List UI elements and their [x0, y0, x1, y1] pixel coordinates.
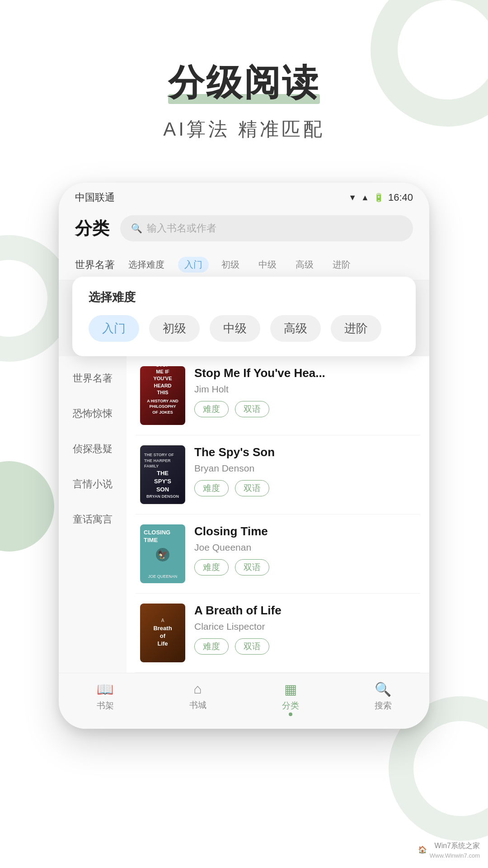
- book-list-inner: 世界名著 恐怖惊悚 侦探悬疑 言情小说 童话寓言 STOPME IFYOU'VE…: [59, 356, 429, 673]
- book-title-0: Stop Me If You've Hea...: [194, 366, 416, 380]
- book-cover-2: CLOSINGTIME 🦅 JOE QUEENAN: [140, 524, 185, 583]
- book-cover-3: A BreathofLife: [140, 604, 185, 662]
- nav-label-bookshelf: 书架: [97, 700, 114, 712]
- difficulty-tags-small: 入门 初级 中级 高级 进阶: [178, 257, 357, 273]
- hero-section: 分级阅读 AI算法 精准匹配: [0, 0, 488, 169]
- book-tag-difficulty-3: 难度: [194, 638, 229, 655]
- watermark-line2: Www.Winwin7.com: [430, 851, 480, 860]
- carrier: 中国联通: [75, 191, 115, 204]
- left-nav-item-4[interactable]: 童话寓言: [59, 502, 127, 537]
- book-item-3[interactable]: A BreathofLife A Breath of Life Clarice …: [136, 594, 420, 673]
- bookshelf-icon: 📖: [97, 681, 113, 697]
- diff-tag-0[interactable]: 入门: [89, 315, 139, 342]
- book-tag-bilingual-2: 双语: [235, 559, 269, 576]
- cover-text-1: THE STORY OFTHE HARPERFAMILY THESPY'SSON…: [141, 446, 185, 504]
- book-info-0: Stop Me If You've Hea... Jim Holt 难度 双语: [194, 366, 416, 417]
- difficulty-tags: 入门 初级 中级 高级 进阶: [89, 315, 399, 342]
- diff-tag-small-3[interactable]: 高级: [289, 257, 320, 273]
- status-bar: 中国联通 ▼ ▲ 🔋 16:40: [59, 183, 429, 209]
- book-tags-3: 难度 双语: [194, 638, 416, 655]
- book-tags-0: 难度 双语: [194, 401, 416, 417]
- search-icon: 🔍: [131, 223, 142, 234]
- diff-tag-4[interactable]: 进阶: [331, 315, 381, 342]
- search-placeholder: 输入书名或作者: [147, 222, 216, 235]
- book-tag-bilingual-0: 双语: [235, 401, 269, 417]
- book-tag-bilingual-3: 双语: [235, 638, 269, 655]
- book-author-3: Clarice Lispector: [194, 621, 416, 632]
- watermark-line1: Win7系统之家: [430, 840, 480, 851]
- book-tag-difficulty-2: 难度: [194, 559, 229, 576]
- diff-tag-small-1[interactable]: 初级: [215, 257, 246, 273]
- book-tag-difficulty-0: 难度: [194, 401, 229, 417]
- nav-item-categories[interactable]: ▦ 分类: [244, 681, 337, 716]
- search-bar[interactable]: 🔍 输入书名或作者: [120, 215, 413, 241]
- nav-item-bookshelf[interactable]: 📖 书架: [59, 681, 151, 716]
- nav-item-search[interactable]: 🔍 搜索: [337, 681, 429, 716]
- dropdown-title: 选择难度: [89, 289, 399, 305]
- book-item-1[interactable]: THE STORY OFTHE HARPERFAMILY THESPY'SSON…: [136, 435, 420, 514]
- book-author-0: Jim Holt: [194, 384, 416, 395]
- book-author-2: Joe Queenan: [194, 542, 416, 553]
- nav-item-store[interactable]: ⌂ 书城: [151, 681, 244, 716]
- nav-label-store: 书城: [189, 699, 206, 711]
- diff-tag-small-0[interactable]: 入门: [178, 257, 209, 273]
- diff-tag-3[interactable]: 高级: [270, 315, 321, 342]
- categories-icon: ▦: [284, 681, 297, 697]
- left-nav: 世界名著 恐怖惊悚 侦探悬疑 言情小说 童话寓言: [59, 356, 127, 673]
- left-nav-item-3[interactable]: 言情小说: [59, 467, 127, 502]
- left-nav-item-0[interactable]: 世界名著: [59, 361, 127, 396]
- book-title-1: The Spy's Son: [194, 445, 416, 459]
- book-tags-2: 难度 双语: [194, 559, 416, 576]
- store-icon: ⌂: [193, 681, 202, 697]
- category-label: 世界名著: [75, 258, 115, 272]
- diff-tag-small-2[interactable]: 中级: [252, 257, 283, 273]
- cover-text-2: CLOSINGTIME 🦅 JOE QUEENAN: [140, 524, 185, 583]
- book-items: STOPME IFYOU'VEHEARDTHISA HISTORY ANDPHI…: [127, 356, 429, 673]
- diff-tag-2[interactable]: 中级: [210, 315, 260, 342]
- book-info-1: The Spy's Son Bryan Denson 难度 双语: [194, 445, 416, 496]
- status-bar-right: ▼ ▲ 🔋 16:40: [348, 192, 413, 203]
- left-nav-item-2[interactable]: 侦探悬疑: [59, 431, 127, 467]
- book-info-3: A Breath of Life Clarice Lispector 难度 双语: [194, 604, 416, 655]
- book-title-2: Closing Time: [194, 524, 416, 538]
- book-tags-1: 难度 双语: [194, 480, 416, 496]
- wifi-icon: ▼: [348, 193, 357, 203]
- cover-text-3: A BreathofLife: [140, 604, 185, 662]
- nav-label-categories: 分类: [282, 700, 299, 712]
- hero-title: 分级阅读: [168, 59, 320, 108]
- nav-active-dot: [289, 712, 292, 716]
- hero-subtitle: AI算法 精准匹配: [0, 117, 488, 142]
- time: 16:40: [388, 192, 413, 203]
- diff-tag-small-4[interactable]: 进阶: [326, 257, 357, 273]
- book-tag-bilingual-1: 双语: [235, 480, 269, 496]
- book-item-0[interactable]: STOPME IFYOU'VEHEARDTHISA HISTORY ANDPHI…: [136, 356, 420, 435]
- signal-icon: ▲: [361, 193, 369, 203]
- book-cover-1: THE STORY OFTHE HARPERFAMILY THESPY'SSON…: [140, 445, 185, 504]
- watermark: 🏠 Win7系统之家 Www.Winwin7.com: [418, 840, 480, 860]
- phone-mockup: 中国联通 ▼ ▲ 🔋 16:40 分类 🔍 输入书名或作者 世界名著 选择难度 …: [59, 183, 429, 729]
- book-item-2[interactable]: CLOSINGTIME 🦅 JOE QUEENAN Closing Ti: [136, 514, 420, 594]
- app-header: 分类 🔍 输入书名或作者: [59, 209, 429, 250]
- battery-icon: 🔋: [374, 193, 384, 203]
- difficulty-label: 选择难度: [128, 259, 164, 271]
- difficulty-dropdown: 选择难度 入门 初级 中级 高级 进阶: [72, 277, 416, 356]
- left-nav-item-1[interactable]: 恐怖惊悚: [59, 396, 127, 431]
- diff-tag-1[interactable]: 初级: [149, 315, 200, 342]
- book-list-area: 世界名著 恐怖惊悚 侦探悬疑 言情小说 童话寓言 STOPME IFYOU'VE…: [59, 356, 429, 673]
- book-author-1: Bryan Denson: [194, 463, 416, 474]
- nav-label-search: 搜索: [375, 700, 392, 712]
- book-cover-0: STOPME IFYOU'VEHEARDTHISA HISTORY ANDPHI…: [140, 366, 185, 425]
- search-nav-icon: 🔍: [375, 681, 391, 697]
- bottom-nav: 📖 书架 ⌂ 书城 ▦ 分类 🔍 搜索: [59, 673, 429, 729]
- phone-wrapper: 中国联通 ▼ ▲ 🔋 16:40 分类 🔍 输入书名或作者 世界名著 选择难度 …: [0, 183, 488, 729]
- cover-text-0: STOPME IFYOU'VEHEARDTHISA HISTORY ANDPHI…: [140, 366, 185, 425]
- category-bar: 世界名著 选择难度 入门 初级 中级 高级 进阶: [59, 250, 429, 280]
- book-info-2: Closing Time Joe Queenan 难度 双语: [194, 524, 416, 576]
- app-title: 分类: [75, 217, 109, 240]
- book-title-3: A Breath of Life: [194, 604, 416, 618]
- book-tag-difficulty-1: 难度: [194, 480, 229, 496]
